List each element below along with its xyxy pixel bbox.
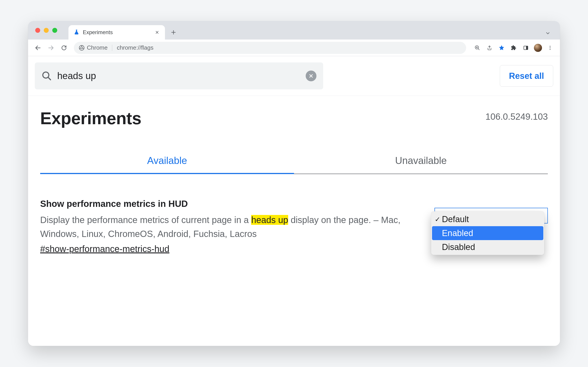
zoom-icon[interactable] (472, 42, 483, 53)
tab-available[interactable]: Available (40, 155, 294, 174)
close-tab-icon[interactable] (154, 29, 160, 35)
svg-rect-5 (526, 46, 528, 50)
tab-title: Experiments (83, 29, 151, 35)
clear-search-icon[interactable] (306, 71, 316, 81)
toolbar-actions (471, 42, 556, 53)
option-label: Disabled (442, 242, 475, 252)
chrome-version: 106.0.5249.103 (485, 112, 548, 122)
svg-point-7 (550, 47, 550, 48)
sidepanel-icon[interactable] (520, 42, 531, 53)
tab-strip: Experiments (28, 21, 560, 40)
dropdown-option-default[interactable]: ✓ Default (432, 212, 543, 226)
flag-text: Show performance metrics in HUD Display … (40, 199, 418, 254)
bookmark-star-icon[interactable] (496, 42, 507, 53)
new-tab-button[interactable] (168, 27, 179, 38)
svg-point-8 (550, 49, 550, 50)
page-content: Reset all Experiments 106.0.5249.103 Ava… (28, 56, 560, 346)
browser-toolbar: Chrome chrome://flags (28, 40, 560, 56)
flag-entry: Show performance metrics in HUD Display … (40, 199, 548, 254)
check-icon: ✓ (434, 215, 441, 223)
browser-tab[interactable]: Experiments (68, 25, 165, 40)
extensions-icon[interactable] (508, 42, 519, 53)
minimize-window-button[interactable] (44, 28, 49, 33)
profile-avatar[interactable] (532, 42, 543, 53)
svg-point-6 (550, 46, 550, 47)
svg-point-2 (81, 47, 83, 49)
address-bar[interactable]: Chrome chrome://flags (74, 42, 466, 54)
flags-content: Experiments 106.0.5249.103 Available Una… (28, 96, 560, 263)
dropdown-option-enabled[interactable]: Enabled (432, 226, 543, 240)
dropdown-option-disabled[interactable]: Disabled (432, 240, 543, 254)
option-label: Enabled (442, 228, 473, 238)
flags-search-row: Reset all (28, 56, 560, 96)
tab-menu-chevron-icon[interactable] (542, 28, 553, 39)
avatar (534, 44, 542, 52)
close-window-button[interactable] (35, 28, 40, 33)
flag-desc-before: Display the performance metrics of curre… (40, 215, 251, 225)
chrome-origin-chip: Chrome (79, 44, 107, 51)
heading-row: Experiments 106.0.5249.103 (40, 108, 548, 128)
dropdown-list: ✓ Default Enabled Disabled (431, 211, 544, 255)
omnibox-separator (112, 45, 112, 51)
search-icon (41, 71, 52, 81)
reload-button[interactable] (59, 42, 69, 53)
tab-unavailable[interactable]: Unavailable (294, 155, 548, 174)
page-title: Experiments (40, 108, 141, 128)
browser-window: Experiments Chrome chrome:// (28, 21, 560, 346)
svg-rect-0 (76, 30, 77, 30)
search-input[interactable] (57, 71, 300, 81)
omnibox-url: chrome://flags (117, 44, 153, 51)
flag-desc-highlight: heads up (251, 215, 288, 225)
flag-anchor-link[interactable]: #show-performance-metrics-hud (40, 244, 169, 254)
window-controls (35, 28, 57, 33)
maximize-window-button[interactable] (52, 28, 57, 33)
back-button[interactable] (32, 42, 43, 53)
chrome-icon (79, 45, 85, 51)
reset-all-button[interactable]: Reset all (500, 65, 553, 87)
flags-search-box[interactable] (35, 62, 323, 89)
kebab-menu-icon[interactable] (545, 42, 556, 53)
flask-icon (73, 29, 80, 35)
share-icon[interactable] (484, 42, 495, 53)
flag-description: Display the performance metrics of curre… (40, 213, 418, 241)
forward-button[interactable] (46, 42, 56, 53)
flags-tabs: Available Unavailable (40, 155, 548, 174)
option-label: Default (442, 215, 469, 224)
omnibox-prefix: Chrome (87, 44, 107, 51)
flag-title: Show performance metrics in HUD (40, 199, 418, 209)
